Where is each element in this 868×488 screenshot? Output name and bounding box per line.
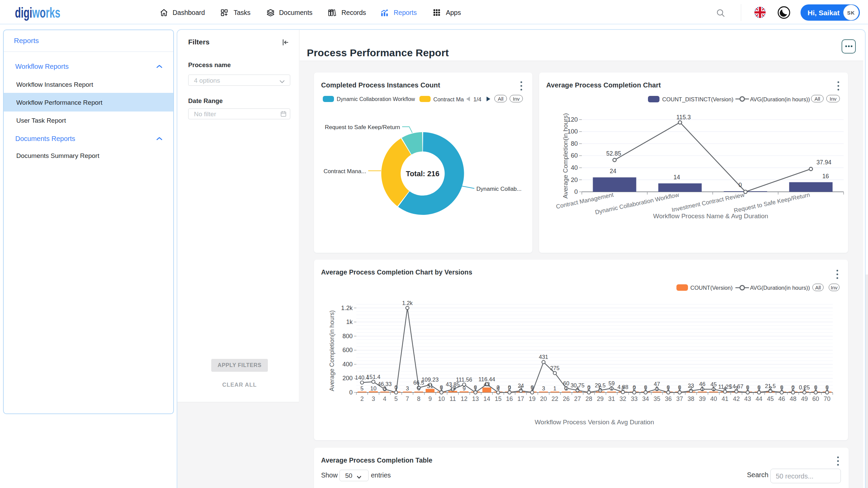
svg-text:0: 0 xyxy=(791,384,794,390)
svg-text:45: 45 xyxy=(767,395,774,402)
svg-text:12: 12 xyxy=(461,395,468,402)
svg-text:11: 11 xyxy=(450,395,456,402)
svg-text:0: 0 xyxy=(587,384,590,390)
svg-text:60: 60 xyxy=(571,152,578,159)
svg-text:46: 46 xyxy=(778,395,785,402)
svg-text:52.85: 52.85 xyxy=(606,150,621,157)
svg-text:19: 19 xyxy=(529,395,535,402)
svg-text:0: 0 xyxy=(497,384,500,390)
svg-text:3: 3 xyxy=(542,385,545,391)
svg-text:0: 0 xyxy=(826,384,829,390)
svg-text:14: 14 xyxy=(484,395,490,402)
svg-text:17: 17 xyxy=(517,395,524,402)
svg-text:39: 39 xyxy=(699,395,706,402)
svg-text:47: 47 xyxy=(654,381,660,387)
svg-text:27: 27 xyxy=(574,395,581,402)
svg-text:16: 16 xyxy=(506,395,513,402)
svg-text:45: 45 xyxy=(711,381,717,387)
svg-text:37.94: 37.94 xyxy=(816,159,831,166)
svg-text:4.88: 4.88 xyxy=(617,384,628,390)
svg-text:0.25: 0.25 xyxy=(799,384,810,390)
svg-text:40: 40 xyxy=(710,395,717,402)
svg-text:Workflow Process Name & Avg Du: Workflow Process Name & Avg Duration xyxy=(653,212,768,220)
svg-text:Total: 216: Total: 216 xyxy=(406,170,439,178)
svg-text:3: 3 xyxy=(372,395,375,402)
svg-text:0: 0 xyxy=(633,384,636,390)
svg-text:29: 29 xyxy=(597,395,604,402)
svg-text:21.5: 21.5 xyxy=(765,383,776,389)
svg-text:Request to Safe Keep/Return: Request to Safe Keep/Return xyxy=(733,191,811,214)
svg-text:0: 0 xyxy=(349,389,353,396)
svg-text:7: 7 xyxy=(406,395,409,402)
svg-text:Contract Mana...: Contract Mana... xyxy=(323,168,366,175)
svg-text:49: 49 xyxy=(801,395,808,402)
svg-text:60: 60 xyxy=(812,395,819,402)
svg-text:20: 20 xyxy=(571,176,578,183)
svg-text:1.2k: 1.2k xyxy=(341,305,353,311)
svg-text:43: 43 xyxy=(484,381,490,387)
svg-text:800: 800 xyxy=(342,333,353,340)
svg-text:1k: 1k xyxy=(346,319,353,325)
svg-text:14: 14 xyxy=(673,174,680,181)
svg-text:9: 9 xyxy=(462,385,466,391)
svg-text:2: 2 xyxy=(360,395,364,402)
svg-text:0: 0 xyxy=(508,384,511,390)
svg-text:115.3: 115.3 xyxy=(676,114,691,121)
svg-text:33: 33 xyxy=(631,395,638,402)
svg-text:Average Completion(in hours): Average Completion(in hours) xyxy=(329,310,335,391)
svg-text:0: 0 xyxy=(667,384,670,390)
svg-text:200: 200 xyxy=(342,375,353,382)
svg-text:46: 46 xyxy=(699,381,705,387)
svg-text:29.5: 29.5 xyxy=(595,382,606,388)
svg-text:48: 48 xyxy=(790,395,796,402)
svg-text:0: 0 xyxy=(474,384,477,390)
svg-text:10: 10 xyxy=(438,395,445,402)
svg-text:13: 13 xyxy=(472,395,479,402)
svg-text:35: 35 xyxy=(653,395,660,402)
svg-text:0: 0 xyxy=(814,384,817,390)
svg-text:34: 34 xyxy=(642,395,649,402)
svg-text:37: 37 xyxy=(676,395,683,402)
svg-text:0: 0 xyxy=(531,384,534,390)
svg-text:1.2k: 1.2k xyxy=(402,300,413,306)
svg-text:4: 4 xyxy=(383,395,387,402)
svg-text:digiworks: digiworks xyxy=(15,5,60,21)
svg-text:Workflow Process Version & Avg: Workflow Process Version & Avg Duration xyxy=(535,419,654,426)
svg-text:46.33: 46.33 xyxy=(378,381,392,387)
svg-text:32: 32 xyxy=(619,395,626,402)
svg-text:1: 1 xyxy=(553,385,556,391)
svg-text:8: 8 xyxy=(417,395,420,402)
svg-text:70: 70 xyxy=(824,395,830,402)
svg-text:15: 15 xyxy=(495,395,501,402)
svg-text:600: 600 xyxy=(342,347,353,353)
svg-text:275: 275 xyxy=(550,365,560,371)
svg-text:Average Completion(in hours): Average Completion(in hours) xyxy=(562,113,569,199)
svg-text:0: 0 xyxy=(574,188,578,195)
svg-text:111.56: 111.56 xyxy=(456,377,472,383)
svg-text:31: 31 xyxy=(608,395,615,402)
svg-text:0: 0 xyxy=(678,384,681,390)
svg-text:22: 22 xyxy=(551,395,558,402)
svg-text:Dynamic Collab...: Dynamic Collab... xyxy=(476,186,521,192)
svg-text:9: 9 xyxy=(428,395,432,402)
svg-text:40: 40 xyxy=(571,164,578,171)
svg-text:59: 59 xyxy=(609,380,615,386)
svg-text:400: 400 xyxy=(342,361,353,368)
svg-text:41: 41 xyxy=(722,395,728,402)
svg-text:1: 1 xyxy=(610,385,613,391)
svg-text:109.23: 109.23 xyxy=(421,377,438,383)
svg-text:14.67: 14.67 xyxy=(729,383,743,389)
svg-text:5: 5 xyxy=(417,385,420,391)
svg-text:0: 0 xyxy=(644,384,647,390)
svg-text:24: 24 xyxy=(518,383,524,389)
svg-text:10: 10 xyxy=(370,385,376,391)
svg-text:151.4: 151.4 xyxy=(367,374,380,380)
svg-text:36: 36 xyxy=(665,395,672,402)
svg-text:28: 28 xyxy=(586,395,592,402)
svg-text:1: 1 xyxy=(565,385,568,391)
svg-text:3: 3 xyxy=(406,385,409,391)
svg-text:38: 38 xyxy=(688,395,694,402)
svg-text:26: 26 xyxy=(563,395,570,402)
svg-text:5: 5 xyxy=(394,395,398,402)
svg-text:31: 31 xyxy=(427,383,433,389)
